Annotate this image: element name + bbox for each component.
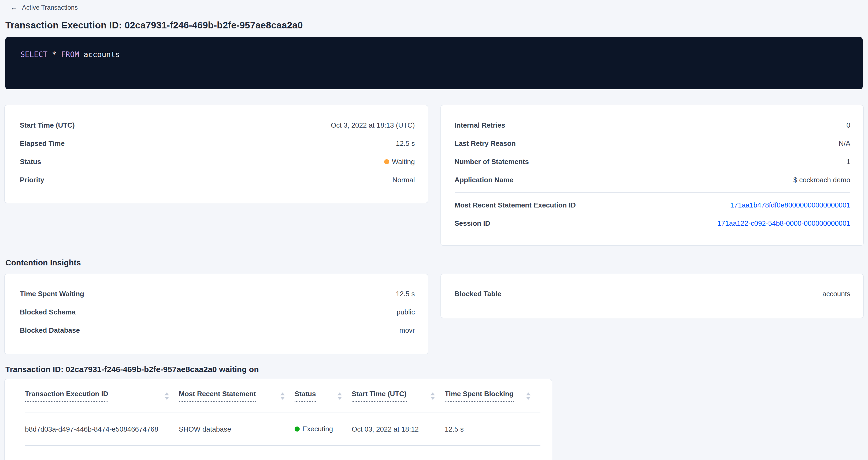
row-label: Blocked Table: [455, 290, 501, 298]
row-label: Elapsed Time: [20, 140, 65, 148]
summary-row: Most Recent Statement Execution ID 171aa…: [455, 196, 850, 214]
arrow-left-icon: ←: [10, 4, 18, 11]
waiting-on-table: Transaction Execution ID Most Recent Sta…: [25, 379, 540, 446]
contention-row: Blocked Schema public: [20, 303, 415, 321]
sort-arrows-icon[interactable]: [280, 393, 285, 400]
column-header-time-spent-blocking[interactable]: Time Spent Blocking: [445, 379, 540, 413]
contention-insights-heading: Contention Insights: [5, 258, 868, 267]
priority-value: Normal: [393, 176, 415, 184]
breadcrumb-back-link[interactable]: ← Active Transactions: [10, 4, 78, 11]
row-label: Blocked Database: [20, 326, 80, 335]
breadcrumb-label: Active Transactions: [22, 4, 78, 11]
column-header-most-recent-statement[interactable]: Most Recent Statement: [179, 379, 294, 413]
page-title: Transaction Execution ID: 02ca7931-f246-…: [5, 20, 868, 31]
application-name-value: $ cockroach demo: [794, 176, 850, 184]
cell-most-recent-statement: SHOW database: [179, 413, 294, 446]
statement-count-value: 1: [846, 158, 850, 166]
card-divider: [455, 192, 850, 193]
status-badge: Waiting: [384, 158, 415, 166]
row-label: Time Spent Waiting: [20, 290, 84, 298]
summary-row: Priority Normal: [20, 171, 415, 189]
statement-execution-id-link[interactable]: 171aa1b478fdf0e80000000000000001: [730, 201, 850, 209]
row-label: Last Retry Reason: [455, 140, 516, 148]
summary-row: Number of Statements 1: [455, 153, 850, 171]
session-id-link[interactable]: 171aa122-c092-54b8-0000-000000000001: [717, 219, 850, 227]
blocked-table-card: Blocked Table accounts: [440, 274, 864, 318]
table-header-row: Transaction Execution ID Most Recent Sta…: [25, 379, 540, 413]
summary-row: Start Time (UTC) Oct 3, 2022 at 18:13 (U…: [20, 116, 415, 134]
row-label: Most Recent Statement Execution ID: [455, 201, 576, 209]
row-label: Start Time (UTC): [20, 121, 75, 129]
column-header-label: Start Time (UTC): [352, 390, 407, 402]
summary-row: Application Name $ cockroach demo: [455, 171, 850, 189]
status-value: Executing: [302, 425, 333, 433]
cell-start-time: Oct 03, 2022 at 18:12: [352, 413, 445, 446]
summary-row: Elapsed Time 12.5 s: [20, 134, 415, 153]
contention-row: Time Spent Waiting 12.5 s: [20, 285, 415, 303]
blocked-database-value: movr: [399, 326, 415, 335]
internal-retries-value: 0: [846, 121, 850, 129]
cell-time-spent-blocking: 12.5 s: [445, 413, 540, 446]
column-header-transaction-execution-id[interactable]: Transaction Execution ID: [25, 379, 179, 413]
sql-keyword: FROM: [61, 50, 79, 59]
sort-arrows-icon[interactable]: [430, 393, 435, 400]
summary-row: Status Waiting: [20, 153, 415, 171]
row-label: Blocked Schema: [20, 308, 75, 316]
contention-cards-row: Time Spent Waiting 12.5 s Blocked Schema…: [4, 274, 864, 355]
waiting-on-table-card: Transaction Execution ID Most Recent Sta…: [4, 379, 552, 460]
waiting-on-heading: Transaction ID: 02ca7931-f246-469b-b2fe-…: [5, 365, 868, 374]
sql-text: accounts: [79, 50, 120, 59]
column-header-status[interactable]: Status: [294, 379, 352, 413]
status-executing-dot-icon: [294, 427, 300, 432]
row-label: Status: [20, 158, 41, 166]
table-row: b8d7d03a-d497-446b-8474-e50846674768 SHO…: [25, 413, 540, 446]
column-header-label: Transaction Execution ID: [25, 390, 108, 402]
sort-arrows-icon[interactable]: [337, 393, 342, 400]
row-label: Session ID: [455, 219, 490, 227]
column-header-label: Time Spent Blocking: [445, 390, 514, 402]
row-label: Application Name: [455, 176, 514, 184]
status-value: Waiting: [392, 158, 415, 166]
elapsed-time-value: 12.5 s: [396, 140, 415, 148]
row-label: Priority: [20, 176, 44, 184]
sql-text: *: [48, 50, 61, 59]
sort-arrows-icon[interactable]: [526, 393, 531, 400]
column-header-start-time[interactable]: Start Time (UTC): [352, 379, 445, 413]
cell-transaction-execution-id: b8d7d03a-d497-446b-8474-e50846674768: [25, 413, 179, 446]
contention-row: Blocked Database movr: [20, 321, 415, 339]
start-time-value: Oct 3, 2022 at 18:13 (UTC): [331, 121, 415, 129]
transaction-summary-card: Start Time (UTC) Oct 3, 2022 at 18:13 (U…: [4, 105, 428, 203]
row-label: Internal Retries: [455, 121, 505, 129]
summary-row: Session ID 171aa122-c092-54b8-0000-00000…: [455, 214, 850, 233]
execution-details-card: Internal Retries 0 Last Retry Reason N/A…: [440, 105, 864, 246]
contention-row: Blocked Table accounts: [455, 285, 850, 303]
time-spent-waiting-value: 12.5 s: [396, 290, 415, 298]
cell-status: Executing: [294, 413, 352, 446]
row-label: Number of Statements: [455, 158, 529, 166]
column-header-label: Most Recent Statement: [179, 390, 256, 402]
summary-cards-row: Start Time (UTC) Oct 3, 2022 at 18:13 (U…: [4, 105, 864, 246]
sql-statement-box: SELECT * FROM accounts: [5, 37, 863, 89]
sql-keyword: SELECT: [20, 50, 48, 59]
summary-row: Last Retry Reason N/A: [455, 134, 850, 153]
last-retry-reason-value: N/A: [839, 140, 850, 148]
blocked-table-value: accounts: [823, 290, 850, 298]
blocked-schema-value: public: [397, 308, 415, 316]
contention-details-card: Time Spent Waiting 12.5 s Blocked Schema…: [4, 274, 428, 355]
sort-arrows-icon[interactable]: [164, 393, 169, 400]
column-header-label: Status: [294, 390, 316, 402]
summary-row: Internal Retries 0: [455, 116, 850, 134]
status-waiting-dot-icon: [384, 159, 389, 164]
